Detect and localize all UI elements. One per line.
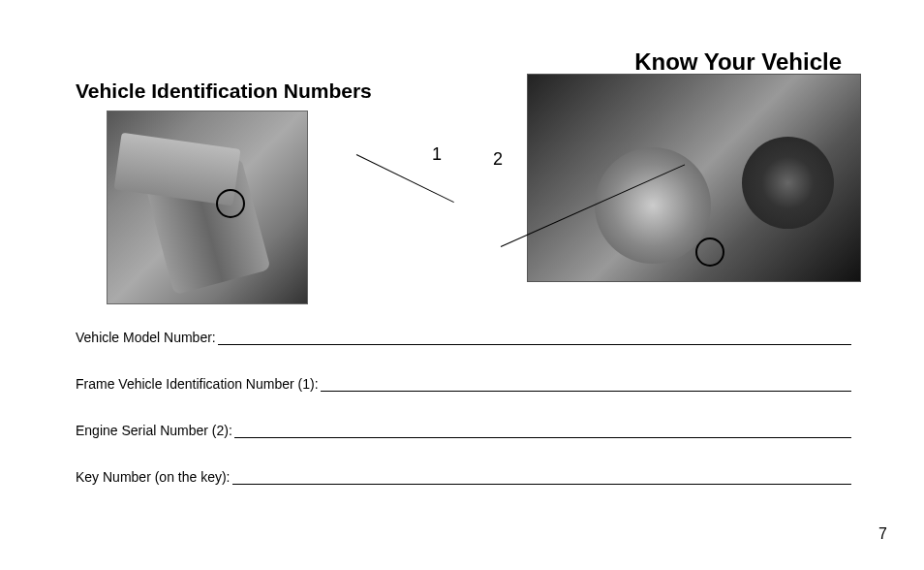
main-title: Know Your Vehicle [76,48,861,76]
form-label: Engine Serial Number (2): [76,423,232,438]
form-blank-line[interactable] [321,378,851,392]
form-fields: Vehicle Model Number: Frame Vehicle Iden… [76,330,861,485]
form-label: Vehicle Model Number: [76,330,216,345]
callout-label-2: 2 [493,149,503,170]
image-container-vin [107,111,308,304]
images-row: 1 2 [76,111,861,304]
callout-circle-1 [216,189,245,218]
form-blank-line[interactable] [234,425,851,438]
form-field-engine-serial: Engine Serial Number (2): [76,423,861,438]
form-field-key-number: Key Number (on the key): [76,469,861,485]
form-label: Key Number (on the key): [76,469,231,485]
form-blank-line[interactable] [232,471,851,485]
callout-circle-2 [695,238,724,267]
form-label: Frame Vehicle Identification Number (1): [76,376,319,392]
form-blank-line[interactable] [218,332,851,345]
callout-label-1: 1 [432,144,442,165]
page-number: 7 [878,525,887,543]
vehicle-engine-image [527,74,861,282]
vehicle-frame-image [107,111,308,304]
image-container-engine: 2 [527,74,861,282]
form-field-vin: Frame Vehicle Identification Number (1): [76,376,861,392]
form-field-model-number: Vehicle Model Number: [76,330,861,345]
